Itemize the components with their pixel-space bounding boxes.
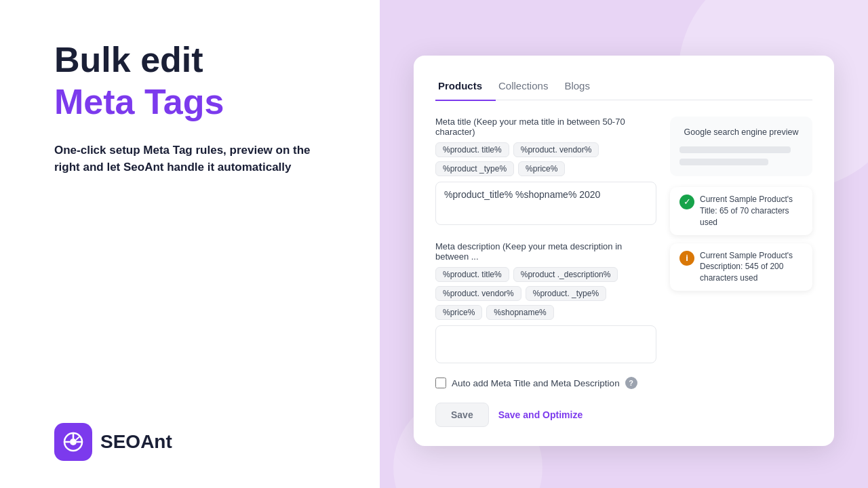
info-icon: i bbox=[679, 251, 694, 266]
card-body: Meta title (Keep your meta title in betw… bbox=[435, 117, 812, 427]
logo-text: SEOAnt bbox=[100, 431, 172, 453]
meta-desc-input[interactable] bbox=[435, 325, 656, 363]
save-optimize-button[interactable]: Save and Optimize bbox=[498, 403, 583, 426]
auto-add-label[interactable]: Auto add Meta Title and Meta Description bbox=[452, 378, 620, 388]
tag-product-type[interactable]: %product _type% bbox=[435, 161, 514, 176]
headline-black: Bulk edit bbox=[54, 41, 339, 79]
tab-collections[interactable]: Collections bbox=[496, 75, 561, 101]
meta-desc-label: Meta description (Keep your meta descrip… bbox=[435, 241, 656, 262]
status-orange-text: Current Sample Product's Description: 54… bbox=[700, 250, 803, 284]
tag-desc-vendor[interactable]: %product. vendor% bbox=[435, 286, 521, 301]
tag-desc-description[interactable]: %product ._description% bbox=[513, 267, 618, 282]
meta-desc-tags: %product. title% %product ._description%… bbox=[435, 267, 656, 320]
save-button[interactable]: Save bbox=[435, 403, 489, 427]
svg-line-3 bbox=[77, 436, 80, 440]
auto-add-checkbox-row: Auto add Meta Title and Meta Description… bbox=[435, 377, 656, 389]
preview-bar-2 bbox=[679, 159, 768, 165]
meta-title-tags: %product. title% %product. vendor% %prod… bbox=[435, 142, 656, 176]
status-card-green: ✓ Current Sample Product's Title: 65 of … bbox=[670, 187, 812, 235]
tab-blogs[interactable]: Blogs bbox=[561, 75, 604, 101]
seoant-logo-icon bbox=[54, 423, 92, 461]
preview-bar-1 bbox=[679, 146, 791, 153]
check-icon: ✓ bbox=[679, 195, 694, 209]
buttons-row: Save Save and Optimize bbox=[435, 403, 656, 427]
meta-title-input[interactable] bbox=[435, 182, 656, 225]
tab-products[interactable]: Products bbox=[435, 75, 496, 101]
auto-add-checkbox[interactable] bbox=[435, 378, 446, 388]
logo-area: SEOAnt bbox=[54, 423, 339, 461]
tag-product-title[interactable]: %product. title% bbox=[435, 142, 509, 157]
status-green-text: Current Sample Product's Title: 65 of 70… bbox=[700, 194, 803, 228]
form-section: Meta title (Keep your meta title in betw… bbox=[435, 117, 656, 427]
main-card: Products Collections Blogs Meta title (K… bbox=[414, 56, 834, 447]
left-panel: Bulk edit Meta Tags One-click setup Meta… bbox=[0, 0, 380, 488]
tag-desc-shopname[interactable]: %shopname% bbox=[486, 305, 553, 320]
right-panel: Products Collections Blogs Meta title (K… bbox=[380, 0, 868, 488]
status-card-orange: i Current Sample Product's Description: … bbox=[670, 243, 812, 291]
description-text: One-click setup Meta Tag rules, preview … bbox=[54, 142, 339, 176]
tag-desc-product-title[interactable]: %product. title% bbox=[435, 267, 509, 282]
headline-purple: Meta Tags bbox=[54, 82, 339, 123]
tag-desc-type[interactable]: %product. _type% bbox=[526, 286, 606, 301]
tag-product-vendor[interactable]: %product. vendor% bbox=[513, 142, 599, 157]
meta-title-label: Meta title (Keep your meta title in betw… bbox=[435, 117, 656, 137]
tag-price[interactable]: %price% bbox=[518, 161, 565, 176]
left-content: Bulk edit Meta Tags One-click setup Meta… bbox=[54, 41, 339, 176]
google-preview-title: Google search engine preview bbox=[679, 127, 803, 137]
help-icon[interactable]: ? bbox=[625, 377, 637, 389]
tab-bar: Products Collections Blogs bbox=[435, 75, 812, 101]
preview-section: Google search engine preview ✓ Current S… bbox=[670, 117, 812, 427]
google-preview-box: Google search engine preview bbox=[670, 117, 812, 176]
tag-desc-price[interactable]: %price% bbox=[435, 305, 482, 320]
